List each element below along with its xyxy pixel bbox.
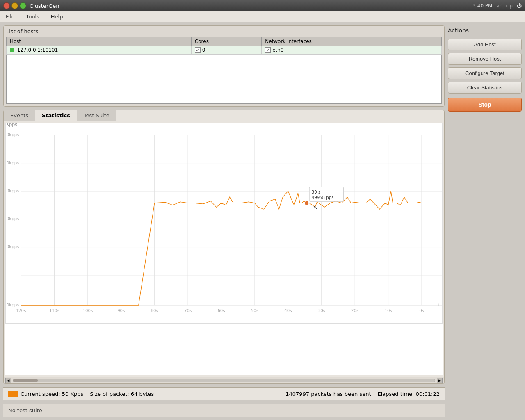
scroll-left-button[interactable]: ◀	[5, 378, 11, 383]
tab-events[interactable]: Events	[4, 110, 35, 121]
svg-text:0.0kpps: 0.0kpps	[5, 302, 19, 307]
app-title: ClusterGen	[30, 3, 59, 9]
hosts-empty-area	[7, 55, 442, 104]
close-button[interactable]	[3, 2, 10, 9]
packet-size-label: Size of packet: 64 bytes	[90, 391, 154, 397]
speed-color-box	[8, 391, 18, 397]
no-test-label: No test suite.	[3, 404, 445, 417]
hosts-table: Host Cores Network interfaces 127.0.0.1:…	[6, 37, 442, 104]
elapsed-label: Elapsed time: 00:01:22	[378, 391, 440, 397]
menu-file[interactable]: File	[3, 13, 17, 21]
minimize-button[interactable]	[11, 2, 18, 9]
col-network: Network interfaces	[262, 37, 442, 46]
system-tray: 3:40 PM artpop ⏻	[472, 3, 522, 9]
clock: 3:40 PM	[472, 3, 492, 9]
tab-statistics[interactable]: Statistics	[35, 110, 77, 121]
svg-text:80s: 80s	[151, 308, 158, 313]
chart-area: Kpps	[5, 123, 443, 375]
chart-svg: 80.0kpps 64.0kpps 48.0kpps 32.0kpps 16.0…	[5, 123, 443, 324]
chart-scrollbar: ◀ ▶	[4, 377, 444, 383]
svg-text:48.0kpps: 48.0kpps	[5, 188, 19, 193]
scroll-right-button[interactable]: ▶	[437, 378, 443, 383]
svg-text:32.0kpps: 32.0kpps	[5, 216, 19, 221]
cores-checkbox[interactable]: ✓	[195, 47, 201, 53]
svg-text:110s: 110s	[49, 308, 59, 313]
svg-text:100s: 100s	[82, 308, 93, 313]
add-host-button[interactable]: Add Host	[448, 39, 522, 50]
scrollbar-thumb[interactable]	[13, 379, 38, 382]
interfaces-cell: ✓ eth0	[262, 46, 442, 55]
svg-text:20s: 20s	[351, 308, 358, 313]
col-cores: Cores	[191, 37, 261, 46]
svg-text:90s: 90s	[117, 308, 125, 313]
svg-text:120s: 120s	[16, 308, 26, 313]
status-bar: Current speed: 50 Kpps Size of packet: 6…	[3, 387, 445, 400]
window-controls	[3, 2, 26, 9]
interface-checkbox[interactable]: ✓	[265, 47, 271, 53]
col-host: Host	[7, 37, 192, 46]
username: artpop	[496, 3, 513, 9]
svg-text:64.0kpps: 64.0kpps	[5, 160, 19, 165]
svg-text:80.0kpps: 80.0kpps	[5, 132, 19, 137]
svg-text:40s: 40s	[284, 308, 292, 313]
chart-tooltip-dot	[305, 201, 308, 205]
svg-text:10s: 10s	[384, 308, 392, 313]
svg-text:t: t	[438, 302, 440, 307]
host-status-indicator	[10, 48, 14, 52]
svg-text:49958 pps: 49958 pps	[312, 195, 334, 200]
power-icon[interactable]: ⏻	[517, 3, 522, 9]
tabs-section: Events Statistics Test Suite Kpps	[3, 110, 445, 384]
clear-statistics-button[interactable]: Clear Statistics	[448, 82, 522, 94]
maximize-button[interactable]	[20, 2, 26, 9]
svg-text:60s: 60s	[217, 308, 225, 313]
actions-label: Actions	[448, 25, 522, 35]
stop-button[interactable]: Stop	[448, 98, 522, 112]
host-cell: 127.0.0.1:10101	[7, 46, 192, 55]
main-container: List of hosts Host Cores Network interfa…	[0, 22, 525, 420]
configure-target-button[interactable]: Configure Target	[448, 67, 522, 79]
speed-indicator: Current speed: 50 Kpps	[8, 391, 83, 397]
packets-sent-label: 1407997 packets has been sent	[285, 391, 371, 397]
y-axis-label: Kpps	[6, 122, 17, 127]
svg-text:16.0kpps: 16.0kpps	[5, 244, 19, 249]
svg-text:0s: 0s	[419, 308, 424, 313]
tab-test-suite[interactable]: Test Suite	[77, 110, 116, 121]
table-row[interactable]: 127.0.0.1:10101 ✓ 0 ✓ eth0	[7, 46, 442, 55]
menubar: File Tools Help	[0, 11, 525, 22]
titlebar: ClusterGen 3:40 PM artpop ⏻	[0, 0, 525, 11]
left-panel: List of hosts Host Cores Network interfa…	[3, 25, 445, 417]
svg-text:39 s: 39 s	[312, 189, 320, 194]
cores-cell: ✓ 0	[191, 46, 261, 55]
menu-tools[interactable]: Tools	[24, 13, 42, 21]
scrollbar-track[interactable]	[13, 379, 435, 382]
speed-label: Current speed: 50 Kpps	[21, 391, 83, 397]
svg-text:30s: 30s	[318, 308, 325, 313]
hosts-label: List of hosts	[6, 28, 442, 34]
svg-text:70s: 70s	[184, 308, 192, 313]
right-panel: Actions Add Host Remove Host Configure T…	[448, 25, 522, 417]
tab-bar: Events Statistics Test Suite	[4, 110, 444, 121]
svg-text:↖: ↖	[313, 204, 317, 210]
remove-host-button[interactable]: Remove Host	[448, 53, 522, 65]
hosts-section: List of hosts Host Cores Network interfa…	[3, 25, 445, 107]
menu-help[interactable]: Help	[48, 13, 66, 21]
svg-text:50s: 50s	[251, 308, 258, 313]
